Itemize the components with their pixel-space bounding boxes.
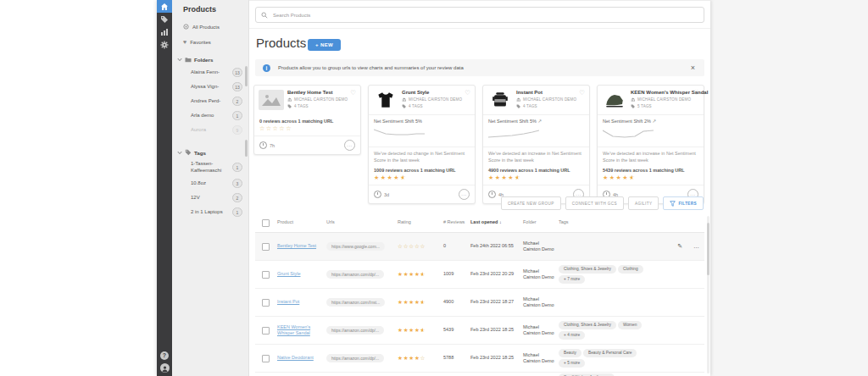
- folder-item[interactable]: Aurora9: [172, 123, 248, 137]
- folder-item[interactable]: Arla demo1: [172, 108, 248, 123]
- product-image-t-shirt: [373, 90, 398, 110]
- favorite-heart-icon[interactable]: ♡: [350, 89, 356, 97]
- tags-list: 1-Tassen-Kaffeemaschi110.8oz312V22 in 1 …: [172, 158, 248, 219]
- tag-item-label: 2 in 1 Laptops: [191, 209, 223, 216]
- product-link[interactable]: Grunt Style: [277, 271, 301, 277]
- tags-scrollbar[interactable]: [245, 140, 248, 157]
- connect-with-gcs-button[interactable]: CONNECT WITH GCS: [565, 196, 624, 210]
- product-card-header: KEEN Women's Whisper SandalMICHAEL CAIRS…: [598, 86, 704, 114]
- filters-button[interactable]: FILTERS: [663, 196, 704, 210]
- folder-item[interactable]: Alyssa Vign-13: [172, 80, 248, 94]
- table-row[interactable]: Grunt Stylehttps://amazon.com/dp/...★★★★…: [255, 261, 704, 289]
- product-link[interactable]: KEEN Women's Whisper Sandal: [277, 324, 323, 337]
- sidebar-item-all-products[interactable]: All Products: [172, 24, 248, 30]
- sidebar-item-favorites[interactable]: ♥ Favorites: [172, 40, 248, 45]
- row-checkbox[interactable]: [262, 355, 270, 362]
- col-reviews[interactable]: # Reviews: [443, 219, 470, 225]
- table-row-partial[interactable]: Small Kitchen Appliances: [255, 373, 704, 376]
- info-icon: i: [263, 64, 270, 72]
- folder-item[interactable]: Andres Perd-2: [172, 94, 248, 108]
- folder-item-count-badge: 13: [232, 68, 242, 77]
- product-link[interactable]: Instant Pot: [277, 299, 299, 305]
- card-reviews-line: 0 reviews across 1 matching URL: [254, 114, 360, 124]
- col-urls[interactable]: Urls: [326, 219, 398, 225]
- account-icon[interactable]: [157, 362, 172, 376]
- card-more-button[interactable]: ···: [344, 140, 355, 151]
- product-link[interactable]: Native Deodorant: [277, 355, 314, 361]
- tag-item[interactable]: 1-Tassen-Kaffeemaschi1: [172, 158, 248, 176]
- card-footer: 7h···: [254, 135, 360, 154]
- col-product[interactable]: Product: [277, 219, 326, 225]
- tags-header[interactable]: Tags: [172, 149, 248, 156]
- product-card-header: Bentley Home TestMICHAEL CAIRSTON DEMO4 …: [254, 86, 360, 114]
- product-card-titles: Bentley Home TestMICHAEL CAIRSTON DEMO4 …: [287, 90, 348, 110]
- search-input[interactable]: [271, 12, 698, 19]
- star-full-icon: ★: [616, 174, 623, 181]
- tags-icon[interactable]: [157, 13, 172, 25]
- col-tags[interactable]: Tags: [559, 219, 669, 225]
- settings-gear-icon[interactable]: [157, 38, 172, 51]
- folder-item-count-badge: 13: [232, 82, 242, 91]
- home-icon[interactable]: [157, 0, 172, 13]
- help-icon[interactable]: ?: [157, 349, 172, 362]
- favorite-heart-icon[interactable]: ♡: [579, 89, 585, 97]
- star-full-icon: ★: [488, 174, 495, 181]
- row-checkbox[interactable]: [262, 243, 270, 251]
- agility-button[interactable]: AGILITY: [628, 196, 659, 210]
- row-checkbox[interactable]: [262, 327, 270, 335]
- product-card-folder: MICHAEL CAIRSTON DEMO: [516, 97, 576, 102]
- product-card-folder: MICHAEL CAIRSTON DEMO: [287, 97, 348, 102]
- icon-rail: ?: [157, 0, 172, 376]
- favorite-heart-icon[interactable]: ♡: [693, 89, 699, 97]
- row-more-icon[interactable]: …: [693, 242, 699, 250]
- edit-pencil-icon[interactable]: ✎: [677, 242, 682, 250]
- star-empty-icon: ☆: [403, 243, 409, 250]
- main-scrollbar-thumb[interactable]: [707, 223, 709, 275]
- reports-icon[interactable]: [157, 25, 172, 38]
- create-new-group-button[interactable]: CREATE NEW GROUP: [501, 196, 561, 210]
- folder-item[interactable]: Alaina Fenn-13: [172, 65, 248, 80]
- filter-funnel-icon: [670, 201, 676, 207]
- col-last-opened[interactable]: Last opened ↓: [470, 219, 523, 225]
- product-card-header: Instant PotMICHAEL CAIRSTON DEMO4 TAGS♡: [483, 86, 589, 114]
- select-all-checkbox[interactable]: [262, 219, 270, 227]
- product-card[interactable]: Instant PotMICHAEL CAIRSTON DEMO4 TAGS♡N…: [482, 85, 590, 204]
- col-folder[interactable]: Folder: [523, 219, 559, 225]
- product-card[interactable]: Bentley Home TestMICHAEL CAIRSTON DEMO4 …: [253, 85, 361, 155]
- tag-item[interactable]: 10.8oz3: [172, 176, 248, 191]
- tag-item[interactable]: 12V2: [172, 191, 248, 205]
- col-rating[interactable]: Rating: [398, 219, 443, 225]
- tags-section: Tags 1-Tassen-Kaffeemaschi110.8oz312V22 …: [172, 149, 248, 219]
- product-card-header: Grunt StyleMICHAEL CAIRSTON DEMO4 TAGS♡: [369, 86, 475, 114]
- product-card[interactable]: KEEN Women's Whisper SandalMICHAEL CAIRS…: [597, 85, 704, 204]
- favorite-heart-icon[interactable]: ♡: [465, 89, 470, 97]
- row-star-rating: ☆☆☆☆☆: [398, 243, 443, 250]
- main-scrollbar[interactable]: [707, 216, 709, 373]
- banner-close-icon[interactable]: ×: [691, 64, 697, 72]
- table-row[interactable]: KEEN Women's Whisper Sandalhttps://amazo…: [255, 317, 704, 345]
- card-more-button[interactable]: ···: [459, 189, 470, 200]
- new-product-button[interactable]: + NEW: [308, 39, 341, 51]
- row-star-rating: ★★★★☆★: [398, 271, 443, 278]
- folders-header[interactable]: Folders: [172, 57, 248, 63]
- row-checkbox[interactable]: [262, 271, 270, 279]
- table-row[interactable]: Instant Pothttps://amazon.com/Inst...★★★…: [255, 289, 704, 317]
- star-half-icon: ☆★: [400, 174, 407, 181]
- row-checkbox[interactable]: [262, 299, 270, 307]
- table-row[interactable]: Native Deodoranthttps://amazon.com/dp/..…: [255, 345, 704, 373]
- account-building-icon: [287, 97, 292, 102]
- star-full-icon: ★: [398, 271, 403, 278]
- product-card[interactable]: Grunt StyleMICHAEL CAIRSTON DEMO4 TAGS♡N…: [368, 85, 476, 204]
- product-card-tags-label: 4 TAGS: [409, 104, 423, 108]
- page-title: Products: [256, 36, 306, 50]
- product-link[interactable]: Bentley Home Test: [277, 243, 316, 249]
- tag-item[interactable]: 2 in 1 Laptops1: [172, 205, 248, 219]
- star-full-icon: ★: [508, 174, 515, 181]
- chevron-down-icon: [177, 151, 182, 155]
- folders-scrollbar[interactable]: [245, 66, 248, 86]
- product-card-title: Instant Pot: [516, 90, 576, 95]
- table-row[interactable]: Bentley Home Testhttps://www.google.com.…: [255, 233, 704, 261]
- star-full-icon: ★: [403, 271, 409, 278]
- row-last-opened: Feb 23rd 2022 18:25: [470, 355, 523, 361]
- star-full-icon: ★: [409, 355, 415, 362]
